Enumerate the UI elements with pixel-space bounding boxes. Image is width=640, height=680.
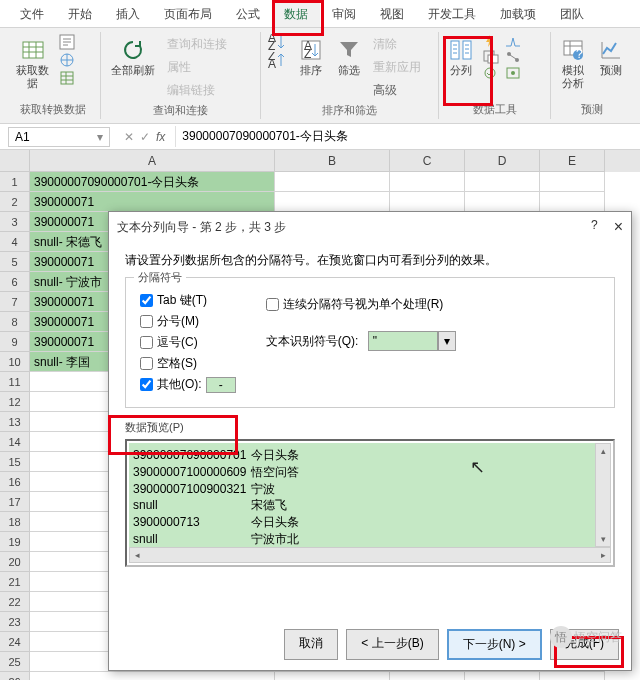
cell[interactable] xyxy=(275,172,390,192)
tab-home[interactable]: 开始 xyxy=(56,0,104,27)
enter-formula-icon[interactable]: ✓ xyxy=(140,130,150,144)
cell[interactable] xyxy=(275,672,390,680)
cell[interactable]: 390000071 xyxy=(30,192,275,212)
what-if-button[interactable]: ? 模拟分析 xyxy=(557,34,589,94)
row-header[interactable]: 3 xyxy=(0,212,30,232)
tab-team[interactable]: 团队 xyxy=(548,0,596,27)
relationships-icon[interactable] xyxy=(505,50,521,64)
tab-dev[interactable]: 开发工具 xyxy=(416,0,488,27)
row-header[interactable]: 22 xyxy=(0,592,30,612)
row-header[interactable]: 23 xyxy=(0,612,30,632)
tab-addin[interactable]: 加载项 xyxy=(488,0,548,27)
tab-checkbox[interactable]: Tab 键(T) xyxy=(140,292,236,309)
from-web-icon[interactable] xyxy=(59,52,75,68)
text-qualifier-dropdown-icon[interactable]: ▾ xyxy=(438,331,456,351)
sort-az-icon[interactable]: AZ xyxy=(267,34,289,52)
row-header[interactable]: 15 xyxy=(0,452,30,472)
row-header[interactable]: 4 xyxy=(0,232,30,252)
advanced-filter-button[interactable]: 高级 xyxy=(371,80,423,101)
row-header[interactable]: 18 xyxy=(0,512,30,532)
tab-layout[interactable]: 页面布局 xyxy=(152,0,224,27)
refresh-all-button[interactable]: 全部刷新 xyxy=(107,34,159,81)
space-checkbox[interactable]: 空格(S) xyxy=(140,355,236,372)
cell[interactable] xyxy=(465,192,540,212)
col-header-d[interactable]: D xyxy=(465,150,540,172)
dialog-help-button[interactable]: ? xyxy=(591,218,598,236)
cell[interactable] xyxy=(465,172,540,192)
cell[interactable] xyxy=(390,172,465,192)
next-button[interactable]: 下一步(N) > xyxy=(447,629,542,660)
scroll-up-icon[interactable]: ▴ xyxy=(596,444,610,458)
cell[interactable] xyxy=(275,192,390,212)
from-table-icon[interactable] xyxy=(59,70,75,86)
cell[interactable] xyxy=(465,672,540,680)
consecutive-checkbox[interactable]: 连续分隔符号视为单个处理(R) xyxy=(266,296,456,313)
row-header[interactable]: 17 xyxy=(0,492,30,512)
row-header[interactable]: 6 xyxy=(0,272,30,292)
tab-view[interactable]: 视图 xyxy=(368,0,416,27)
remove-dup-icon[interactable] xyxy=(483,50,499,64)
row-header[interactable]: 10 xyxy=(0,352,30,372)
row-header[interactable]: 21 xyxy=(0,572,30,592)
select-all-corner[interactable] xyxy=(0,150,30,172)
fx-icon[interactable]: fx xyxy=(156,130,165,144)
edit-links-button[interactable]: 编辑链接 xyxy=(165,80,229,101)
tab-file[interactable]: 文件 xyxy=(8,0,56,27)
scroll-left-icon[interactable]: ◂ xyxy=(130,548,144,562)
row-header[interactable]: 11 xyxy=(0,372,30,392)
forecast-button[interactable]: 预测 xyxy=(595,34,627,81)
get-data-button[interactable]: 获取数 据 xyxy=(12,34,53,94)
name-box-dropdown-icon[interactable]: ▾ xyxy=(97,130,103,144)
formula-input[interactable]: 39000007090000701-今日头条 xyxy=(175,126,640,147)
consolidate-icon[interactable] xyxy=(505,34,521,48)
sort-za-icon[interactable]: ZA xyxy=(267,52,289,70)
row-header[interactable]: 5 xyxy=(0,252,30,272)
row-header[interactable]: 1 xyxy=(0,172,30,192)
other-checkbox[interactable]: 其他(O): xyxy=(140,376,236,393)
row-header[interactable]: 8 xyxy=(0,312,30,332)
name-box[interactable]: A1▾ xyxy=(8,127,110,147)
back-button[interactable]: < 上一步(B) xyxy=(346,629,438,660)
comma-checkbox[interactable]: 逗号(C) xyxy=(140,334,236,351)
scroll-down-icon[interactable]: ▾ xyxy=(596,532,610,546)
filter-button[interactable]: 筛选 xyxy=(333,34,365,81)
col-header-b[interactable]: B xyxy=(275,150,390,172)
row-header[interactable]: 13 xyxy=(0,412,30,432)
text-to-columns-button[interactable]: 分列 xyxy=(445,34,477,81)
row-header[interactable]: 19 xyxy=(0,532,30,552)
tab-data[interactable]: 数据 xyxy=(272,0,320,27)
row-header[interactable]: 12 xyxy=(0,392,30,412)
manage-data-model-icon[interactable] xyxy=(505,66,521,80)
cell[interactable] xyxy=(390,192,465,212)
queries-button[interactable]: 查询和连接 xyxy=(165,34,229,55)
row-header[interactable]: 25 xyxy=(0,652,30,672)
clear-filter-button[interactable]: 清除 xyxy=(371,34,423,55)
row-header[interactable]: 16 xyxy=(0,472,30,492)
preview-hscrollbar[interactable]: ◂ ▸ xyxy=(129,547,611,563)
row-header[interactable]: 24 xyxy=(0,632,30,652)
reapply-button[interactable]: 重新应用 xyxy=(371,57,423,78)
cell[interactable]: 39000007090000701-今日头条 xyxy=(30,172,275,192)
sort-button[interactable]: AZ 排序 xyxy=(295,34,327,81)
row-header[interactable]: 14 xyxy=(0,432,30,452)
data-validation-icon[interactable] xyxy=(483,66,499,80)
flash-fill-icon[interactable] xyxy=(483,34,499,48)
cell[interactable] xyxy=(30,672,275,680)
row-header[interactable]: 20 xyxy=(0,552,30,572)
cell[interactable] xyxy=(390,672,465,680)
cancel-button[interactable]: 取消 xyxy=(284,629,338,660)
cell[interactable] xyxy=(540,172,605,192)
properties-button[interactable]: 属性 xyxy=(165,57,229,78)
tab-formula[interactable]: 公式 xyxy=(224,0,272,27)
col-header-c[interactable]: C xyxy=(390,150,465,172)
cell[interactable] xyxy=(540,672,605,680)
text-qualifier-input[interactable]: " xyxy=(368,331,438,351)
semicolon-checkbox[interactable]: 分号(M) xyxy=(140,313,236,330)
other-delimiter-input[interactable] xyxy=(206,377,236,393)
row-header[interactable]: 2 xyxy=(0,192,30,212)
scroll-right-icon[interactable]: ▸ xyxy=(596,548,610,562)
dialog-close-button[interactable]: × xyxy=(614,218,623,236)
tab-review[interactable]: 审阅 xyxy=(320,0,368,27)
from-text-icon[interactable] xyxy=(59,34,75,50)
row-header[interactable]: 7 xyxy=(0,292,30,312)
